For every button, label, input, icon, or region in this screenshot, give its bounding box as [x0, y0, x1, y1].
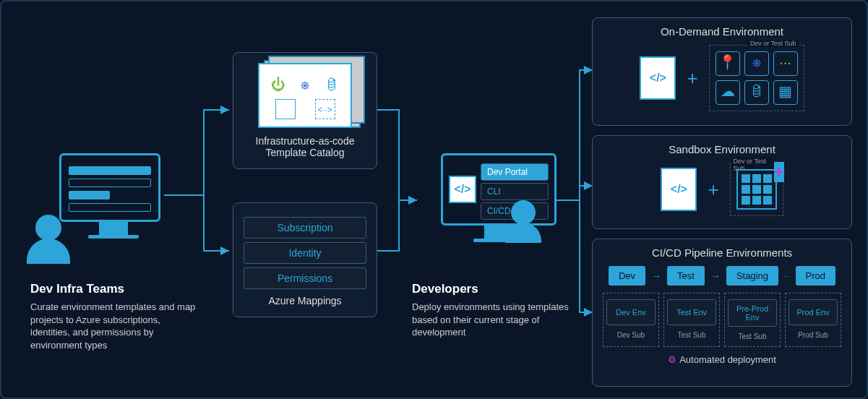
developers-text: Developers Deploy environments using tem… [412, 282, 585, 339]
dev-infra-title: Dev Infra Teams [30, 282, 197, 296]
map-icon: 📍 [716, 51, 740, 76]
developer-person-icon [505, 200, 541, 244]
mapping-permissions: Permissions [244, 267, 366, 289]
power-icon: ⏻ [268, 74, 288, 95]
mapping-subscription: Subscription [244, 217, 366, 239]
cicd-title: CI/CD Pipeline Environments [603, 246, 841, 259]
env-block-prod: Prod Env Prod Sub [785, 293, 841, 347]
person-icon [27, 215, 70, 265]
env-preprod-sub: Test Sub [728, 332, 777, 340]
plus-icon: + [687, 67, 697, 90]
dots-icon: ··· [784, 273, 790, 280]
mapping-identity: Identity [244, 242, 366, 264]
env-preprod-name: Pre-Prod Env [728, 299, 777, 327]
plus-icon: + [708, 179, 718, 201]
code-icon: <··> [315, 99, 335, 119]
stage-staging: Staging [726, 266, 778, 286]
stage-dev: Dev [609, 266, 645, 286]
diagram-canvas: Dev Infra Teams Curate environment templ… [0, 0, 868, 399]
developers-section: </> Dev Portal CLI CI/CD [412, 153, 585, 244]
arm-icon [275, 99, 296, 119]
azure-mappings-label: Azure Mappings [244, 295, 366, 306]
ondemand-sub-label: Dev or Test Sub [747, 40, 799, 47]
azure-mappings-box: Subscription Identity Permissions Azure … [233, 202, 377, 317]
dev-infra-desc: Curate environment templates and map pro… [30, 301, 197, 351]
env-block-dev: Dev Env Dev Sub [603, 293, 659, 347]
env-dev-sub: Dev Sub [606, 331, 656, 339]
env-test-name: Test Env [667, 299, 716, 325]
template-icons: ⏻ ⎈ 🛢 <··> [258, 63, 352, 128]
template-catalog-box: ⏻ ⎈ 🛢 <··> Infrastructure-as-code Templa… [233, 52, 377, 169]
ondemand-env-box: On-Demand Environment </> + Dev or Test … [592, 17, 852, 126]
env-blocks-row: Dev Env Dev Sub Test Env Test Sub Pre-Pr… [603, 293, 841, 347]
developers-desc: Deploy environments using templates base… [412, 301, 585, 339]
sandbox-grid-icon: + [736, 169, 777, 210]
kubernetes-icon: ⎈ [744, 51, 769, 76]
arrow-icon: → [651, 270, 661, 282]
stage-prod: Prod [796, 266, 835, 286]
sandbox-title: Sandbox Environment [603, 143, 841, 155]
cli-item: CLI [481, 183, 549, 200]
env-block-test: Test Env Test Sub [663, 293, 720, 347]
ondemand-title: On-Demand Environment [603, 25, 841, 38]
dev-infra-text: Dev Infra Teams Curate environment templ… [30, 282, 197, 351]
env-block-preprod: Pre-Prod Env Test Sub [724, 293, 781, 347]
env-prod-sub: Prod Sub [788, 331, 838, 339]
dev-portal-item: Dev Portal [481, 163, 549, 181]
grid-icon: ▦ [773, 80, 798, 105]
template-catalog-label: Infrastructure-as-code Template Catalog [244, 135, 366, 158]
kubernetes-icon: ⎈ [295, 74, 315, 95]
env-prod-name: Prod Env [788, 299, 838, 325]
ondemand-sub-box: Dev or Test Sub 📍 ⎈ ··· ☁ 🛢 ▦ [709, 45, 804, 111]
arrow-icon: → [710, 270, 721, 282]
database-icon: 🛢 [322, 74, 342, 95]
developers-title: Developers [412, 282, 585, 296]
sandbox-sub-box: Dev or Test Sub + [730, 163, 783, 216]
gear-icon: ⚙ [668, 354, 676, 365]
stage-test: Test [667, 266, 705, 286]
database-icon: 🛢 [744, 80, 769, 105]
code-file-icon: </> [661, 168, 697, 211]
add-icon: + [774, 162, 784, 182]
pipeline-stages-row: Dev → Test → Staging ··· Prod [603, 266, 841, 286]
code-file-icon: </> [449, 176, 476, 203]
sandbox-env-box: Sandbox Environment </> + Dev or Test Su… [592, 135, 852, 229]
monitor-icon [59, 153, 168, 233]
env-test-sub: Test Sub [667, 331, 716, 339]
automated-deployment-label: ⚙Automated deployment [603, 354, 841, 365]
cicd-env-box: CI/CD Pipeline Environments Dev → Test →… [592, 239, 852, 387]
code-file-icon: </> [640, 56, 676, 100]
cloud-icon: ☁ [716, 80, 740, 105]
ellipsis-icon: ··· [773, 51, 798, 76]
env-dev-name: Dev Env [606, 299, 656, 325]
